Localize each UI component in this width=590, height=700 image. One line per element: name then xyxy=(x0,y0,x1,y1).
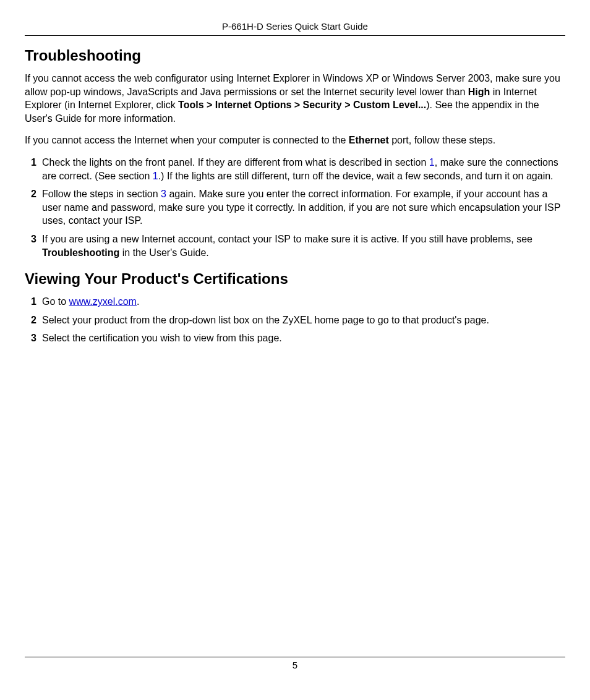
zyxel-link[interactable]: www.zyxel.com xyxy=(69,296,137,307)
cross-reference[interactable]: 1 xyxy=(153,171,158,181)
list-item: 1 Check the lights on the front panel. I… xyxy=(25,156,565,182)
troubleshooting-steps: 1 Check the lights on the front panel. I… xyxy=(25,156,565,259)
document-page: P-661H-D Series Quick Start Guide Troubl… xyxy=(0,0,590,700)
text: . xyxy=(137,296,139,307)
item-number: 1 xyxy=(31,295,36,309)
cross-reference[interactable]: 1 xyxy=(429,157,435,168)
header-rule xyxy=(25,35,565,36)
text: Select your product from the drop-down l… xyxy=(42,315,489,325)
text: in the User's Guide. xyxy=(119,247,208,258)
text: Select the certification you wish to vie… xyxy=(42,333,282,343)
item-number: 3 xyxy=(31,233,36,246)
text: .) If the lights are still different, tu… xyxy=(158,171,554,181)
text: port, follow these steps. xyxy=(389,135,496,145)
paragraph: If you cannot access the web configurato… xyxy=(25,72,565,125)
item-number: 2 xyxy=(31,187,36,201)
item-number: 2 xyxy=(31,314,36,327)
bold-text: Tools > Internet Options > Security > Cu… xyxy=(178,100,426,110)
text: If you cannot access the Internet when y… xyxy=(25,135,349,145)
list-item: 3 If you are using a new Internet accoun… xyxy=(25,233,565,259)
bold-text: High xyxy=(468,87,490,97)
paragraph: If you cannot access the Internet when y… xyxy=(25,134,565,147)
list-item: 1 Go to www.zyxel.com. xyxy=(25,295,565,309)
page-footer: 5 xyxy=(25,657,565,670)
heading-troubleshooting: Troubleshooting xyxy=(25,47,565,64)
list-item: 3 Select the certification you wish to v… xyxy=(25,331,565,345)
item-number: 1 xyxy=(31,156,36,169)
text: Follow the steps in section xyxy=(42,189,161,199)
running-header: P-661H-D Series Quick Start Guide xyxy=(25,21,565,32)
text: If you are using a new Internet account,… xyxy=(42,234,532,244)
list-item: 2 Select your product from the drop-down… xyxy=(25,314,565,327)
heading-certifications: Viewing Your Product's Certifications xyxy=(25,270,565,288)
item-number: 3 xyxy=(31,331,36,345)
list-item: 2 Follow the steps in section 3 again. M… xyxy=(25,187,565,228)
certifications-steps: 1 Go to www.zyxel.com. 2 Select your pro… xyxy=(25,295,565,345)
footer-rule xyxy=(25,657,565,657)
page-number: 5 xyxy=(25,660,565,670)
text: Check the lights on the front panel. If … xyxy=(42,157,429,168)
text: Go to xyxy=(42,296,69,307)
bold-text: Troubleshooting xyxy=(42,247,119,258)
cross-reference[interactable]: 3 xyxy=(161,189,166,199)
bold-text: Ethernet xyxy=(349,135,389,145)
